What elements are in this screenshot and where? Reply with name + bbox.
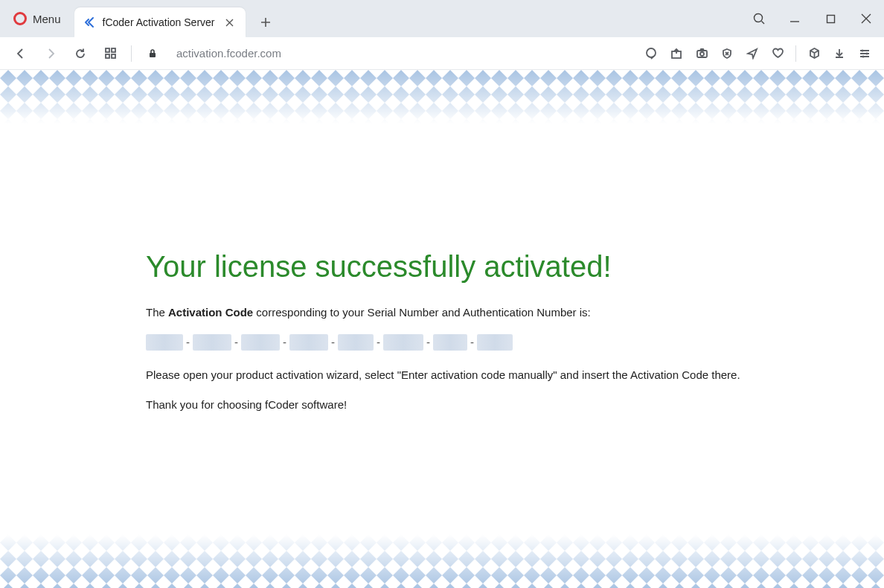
page-heading: Your license successfully activated! bbox=[146, 250, 884, 284]
page-viewport: Your license successfully activated! The… bbox=[0, 70, 884, 588]
decorative-band-bottom bbox=[0, 534, 884, 588]
code-segment bbox=[193, 334, 231, 351]
send-icon[interactable] bbox=[740, 40, 764, 67]
tab-close-icon[interactable] bbox=[222, 16, 237, 29]
speed-dial-icon[interactable] bbox=[97, 40, 124, 67]
browser-menu-button[interactable]: Menu bbox=[0, 0, 74, 37]
svg-rect-16 bbox=[0, 70, 884, 124]
maximize-icon[interactable] bbox=[813, 0, 848, 37]
divider bbox=[795, 45, 796, 62]
opera-logo-icon bbox=[13, 12, 27, 25]
new-tab-button[interactable] bbox=[253, 10, 278, 35]
svg-rect-1 bbox=[827, 15, 834, 22]
back-button[interactable] bbox=[7, 40, 34, 67]
easy-setup-icon[interactable] bbox=[853, 40, 877, 67]
svg-point-11 bbox=[861, 49, 863, 51]
titlebar: Menu fCoder Activation Server bbox=[0, 0, 884, 37]
svg-point-10 bbox=[700, 52, 704, 56]
svg-rect-5 bbox=[112, 54, 115, 58]
forward-button[interactable] bbox=[37, 40, 64, 67]
heart-icon[interactable] bbox=[766, 40, 789, 67]
svg-rect-4 bbox=[106, 54, 109, 58]
download-icon[interactable] bbox=[827, 40, 851, 67]
svg-point-13 bbox=[862, 55, 864, 57]
code-segment bbox=[241, 334, 280, 351]
page-content: Your license successfully activated! The… bbox=[0, 124, 884, 534]
code-segment bbox=[289, 334, 328, 351]
menu-label: Menu bbox=[33, 13, 61, 25]
intro-suffix: corresponding to your Serial Number and … bbox=[253, 306, 591, 319]
svg-rect-2 bbox=[106, 48, 109, 52]
svg-point-0 bbox=[755, 14, 763, 22]
code-separator: - bbox=[426, 336, 430, 348]
code-separator: - bbox=[234, 336, 238, 348]
snapshot-icon[interactable] bbox=[690, 40, 714, 67]
svg-rect-3 bbox=[112, 48, 115, 52]
tab-active[interactable]: fCoder Activation Server bbox=[74, 7, 246, 37]
cube-icon[interactable] bbox=[802, 40, 826, 67]
code-segment bbox=[433, 334, 467, 351]
search-icon[interactable] bbox=[741, 0, 777, 37]
addressbar-right-icons bbox=[639, 40, 877, 67]
url-text[interactable]: activation.fcoder.com bbox=[176, 47, 281, 60]
svg-point-7 bbox=[647, 48, 656, 57]
address-bar: activation.fcoder.com bbox=[0, 37, 884, 70]
lock-icon[interactable] bbox=[139, 40, 166, 67]
code-separator: - bbox=[283, 336, 286, 348]
intro-bold: Activation Code bbox=[168, 306, 253, 319]
intro-prefix: The bbox=[146, 306, 168, 319]
code-segment bbox=[338, 334, 374, 351]
share-icon[interactable] bbox=[664, 40, 688, 67]
svg-point-12 bbox=[865, 52, 868, 54]
decorative-band-top bbox=[0, 70, 884, 124]
code-separator: - bbox=[331, 336, 335, 348]
code-separator: - bbox=[186, 336, 190, 348]
favicon-icon bbox=[83, 16, 95, 28]
minimize-icon[interactable] bbox=[777, 0, 813, 37]
svg-rect-19 bbox=[0, 534, 884, 588]
intro-paragraph: The Activation Code corresponding to you… bbox=[146, 304, 884, 321]
window-controls bbox=[741, 0, 884, 37]
code-separator: - bbox=[377, 336, 380, 348]
activation-code-row: ------- bbox=[146, 334, 884, 351]
close-icon[interactable] bbox=[848, 0, 884, 37]
chat-icon[interactable] bbox=[639, 40, 663, 67]
code-segment bbox=[146, 334, 183, 351]
tab-title: fCoder Activation Server bbox=[103, 16, 215, 28]
code-segment bbox=[477, 334, 513, 351]
code-separator: - bbox=[470, 336, 474, 348]
thanks-paragraph: Thank you for choosing fCoder software! bbox=[146, 397, 884, 413]
code-segment bbox=[383, 334, 423, 351]
divider bbox=[131, 45, 132, 62]
reload-button[interactable] bbox=[67, 40, 94, 67]
instruction-paragraph: Please open your product activation wiza… bbox=[146, 367, 884, 383]
shield-icon[interactable] bbox=[715, 40, 739, 67]
svg-rect-6 bbox=[150, 53, 156, 57]
